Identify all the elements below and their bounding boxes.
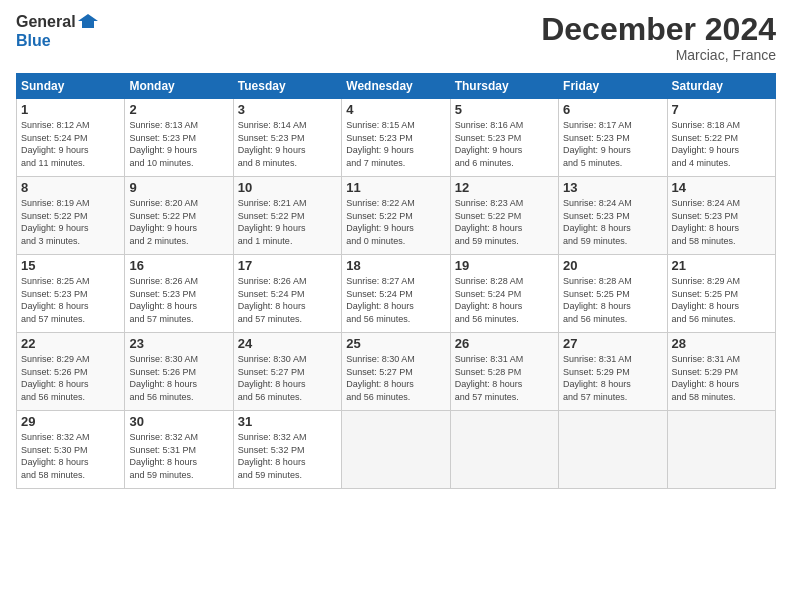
day-info: Sunrise: 8:31 AM Sunset: 5:28 PM Dayligh… [455,353,554,403]
day-info: Sunrise: 8:30 AM Sunset: 5:27 PM Dayligh… [238,353,337,403]
calendar-cell: 29Sunrise: 8:32 AM Sunset: 5:30 PM Dayli… [17,411,125,489]
col-header-sunday: Sunday [17,74,125,99]
day-info: Sunrise: 8:24 AM Sunset: 5:23 PM Dayligh… [672,197,771,247]
calendar-cell: 14Sunrise: 8:24 AM Sunset: 5:23 PM Dayli… [667,177,775,255]
day-info: Sunrise: 8:32 AM Sunset: 5:31 PM Dayligh… [129,431,228,481]
day-info: Sunrise: 8:22 AM Sunset: 5:22 PM Dayligh… [346,197,445,247]
day-number: 7 [672,102,771,117]
day-info: Sunrise: 8:17 AM Sunset: 5:23 PM Dayligh… [563,119,662,169]
day-info: Sunrise: 8:28 AM Sunset: 5:24 PM Dayligh… [455,275,554,325]
col-header-thursday: Thursday [450,74,558,99]
day-number: 5 [455,102,554,117]
day-info: Sunrise: 8:29 AM Sunset: 5:26 PM Dayligh… [21,353,120,403]
calendar-cell: 11Sunrise: 8:22 AM Sunset: 5:22 PM Dayli… [342,177,450,255]
day-number: 22 [21,336,120,351]
logo-general: General [16,13,76,31]
week-row-4: 22Sunrise: 8:29 AM Sunset: 5:26 PM Dayli… [17,333,776,411]
day-number: 26 [455,336,554,351]
day-number: 31 [238,414,337,429]
calendar-cell: 3Sunrise: 8:14 AM Sunset: 5:23 PM Daylig… [233,99,341,177]
calendar-cell: 10Sunrise: 8:21 AM Sunset: 5:22 PM Dayli… [233,177,341,255]
calendar-cell: 31Sunrise: 8:32 AM Sunset: 5:32 PM Dayli… [233,411,341,489]
calendar-cell: 23Sunrise: 8:30 AM Sunset: 5:26 PM Dayli… [125,333,233,411]
day-info: Sunrise: 8:26 AM Sunset: 5:24 PM Dayligh… [238,275,337,325]
day-number: 2 [129,102,228,117]
calendar-cell: 6Sunrise: 8:17 AM Sunset: 5:23 PM Daylig… [559,99,667,177]
day-number: 29 [21,414,120,429]
week-row-1: 1Sunrise: 8:12 AM Sunset: 5:24 PM Daylig… [17,99,776,177]
calendar-cell: 22Sunrise: 8:29 AM Sunset: 5:26 PM Dayli… [17,333,125,411]
day-info: Sunrise: 8:16 AM Sunset: 5:23 PM Dayligh… [455,119,554,169]
calendar-cell: 30Sunrise: 8:32 AM Sunset: 5:31 PM Dayli… [125,411,233,489]
logo-blue: Blue [16,32,51,50]
day-number: 25 [346,336,445,351]
day-number: 28 [672,336,771,351]
day-info: Sunrise: 8:28 AM Sunset: 5:25 PM Dayligh… [563,275,662,325]
calendar-cell: 28Sunrise: 8:31 AM Sunset: 5:29 PM Dayli… [667,333,775,411]
calendar-cell: 7Sunrise: 8:18 AM Sunset: 5:22 PM Daylig… [667,99,775,177]
day-info: Sunrise: 8:13 AM Sunset: 5:23 PM Dayligh… [129,119,228,169]
day-info: Sunrise: 8:32 AM Sunset: 5:32 PM Dayligh… [238,431,337,481]
day-info: Sunrise: 8:31 AM Sunset: 5:29 PM Dayligh… [563,353,662,403]
col-header-saturday: Saturday [667,74,775,99]
calendar-cell: 15Sunrise: 8:25 AM Sunset: 5:23 PM Dayli… [17,255,125,333]
week-row-5: 29Sunrise: 8:32 AM Sunset: 5:30 PM Dayli… [17,411,776,489]
calendar-cell [667,411,775,489]
col-header-wednesday: Wednesday [342,74,450,99]
calendar-cell: 18Sunrise: 8:27 AM Sunset: 5:24 PM Dayli… [342,255,450,333]
day-number: 6 [563,102,662,117]
day-info: Sunrise: 8:24 AM Sunset: 5:23 PM Dayligh… [563,197,662,247]
day-number: 3 [238,102,337,117]
day-info: Sunrise: 8:27 AM Sunset: 5:24 PM Dayligh… [346,275,445,325]
day-number: 24 [238,336,337,351]
calendar-cell: 26Sunrise: 8:31 AM Sunset: 5:28 PM Dayli… [450,333,558,411]
calendar-cell: 4Sunrise: 8:15 AM Sunset: 5:23 PM Daylig… [342,99,450,177]
day-info: Sunrise: 8:20 AM Sunset: 5:22 PM Dayligh… [129,197,228,247]
day-number: 9 [129,180,228,195]
page-container: General Blue December 2024 Marciac, Fran… [0,0,792,497]
day-info: Sunrise: 8:26 AM Sunset: 5:23 PM Dayligh… [129,275,228,325]
day-info: Sunrise: 8:30 AM Sunset: 5:26 PM Dayligh… [129,353,228,403]
day-number: 15 [21,258,120,273]
day-number: 17 [238,258,337,273]
day-number: 30 [129,414,228,429]
day-number: 4 [346,102,445,117]
calendar-cell: 9Sunrise: 8:20 AM Sunset: 5:22 PM Daylig… [125,177,233,255]
day-info: Sunrise: 8:25 AM Sunset: 5:23 PM Dayligh… [21,275,120,325]
calendar-cell [450,411,558,489]
header-row: SundayMondayTuesdayWednesdayThursdayFrid… [17,74,776,99]
day-info: Sunrise: 8:31 AM Sunset: 5:29 PM Dayligh… [672,353,771,403]
day-number: 11 [346,180,445,195]
day-info: Sunrise: 8:14 AM Sunset: 5:23 PM Dayligh… [238,119,337,169]
day-number: 8 [21,180,120,195]
logo-bird-icon [78,12,98,32]
calendar-cell: 19Sunrise: 8:28 AM Sunset: 5:24 PM Dayli… [450,255,558,333]
calendar-cell [559,411,667,489]
calendar-cell: 20Sunrise: 8:28 AM Sunset: 5:25 PM Dayli… [559,255,667,333]
day-number: 27 [563,336,662,351]
day-info: Sunrise: 8:12 AM Sunset: 5:24 PM Dayligh… [21,119,120,169]
day-info: Sunrise: 8:29 AM Sunset: 5:25 PM Dayligh… [672,275,771,325]
calendar-cell: 1Sunrise: 8:12 AM Sunset: 5:24 PM Daylig… [17,99,125,177]
day-number: 23 [129,336,228,351]
day-number: 1 [21,102,120,117]
day-number: 20 [563,258,662,273]
day-info: Sunrise: 8:32 AM Sunset: 5:30 PM Dayligh… [21,431,120,481]
week-row-3: 15Sunrise: 8:25 AM Sunset: 5:23 PM Dayli… [17,255,776,333]
day-number: 16 [129,258,228,273]
day-number: 10 [238,180,337,195]
location: Marciac, France [541,47,776,63]
logo: General Blue [16,12,98,50]
day-number: 14 [672,180,771,195]
day-info: Sunrise: 8:15 AM Sunset: 5:23 PM Dayligh… [346,119,445,169]
day-number: 21 [672,258,771,273]
day-info: Sunrise: 8:23 AM Sunset: 5:22 PM Dayligh… [455,197,554,247]
calendar-cell: 17Sunrise: 8:26 AM Sunset: 5:24 PM Dayli… [233,255,341,333]
calendar-cell: 24Sunrise: 8:30 AM Sunset: 5:27 PM Dayli… [233,333,341,411]
calendar-cell: 5Sunrise: 8:16 AM Sunset: 5:23 PM Daylig… [450,99,558,177]
day-info: Sunrise: 8:30 AM Sunset: 5:27 PM Dayligh… [346,353,445,403]
calendar-cell [342,411,450,489]
week-row-2: 8Sunrise: 8:19 AM Sunset: 5:22 PM Daylig… [17,177,776,255]
header: General Blue December 2024 Marciac, Fran… [16,12,776,63]
calendar-cell: 25Sunrise: 8:30 AM Sunset: 5:27 PM Dayli… [342,333,450,411]
